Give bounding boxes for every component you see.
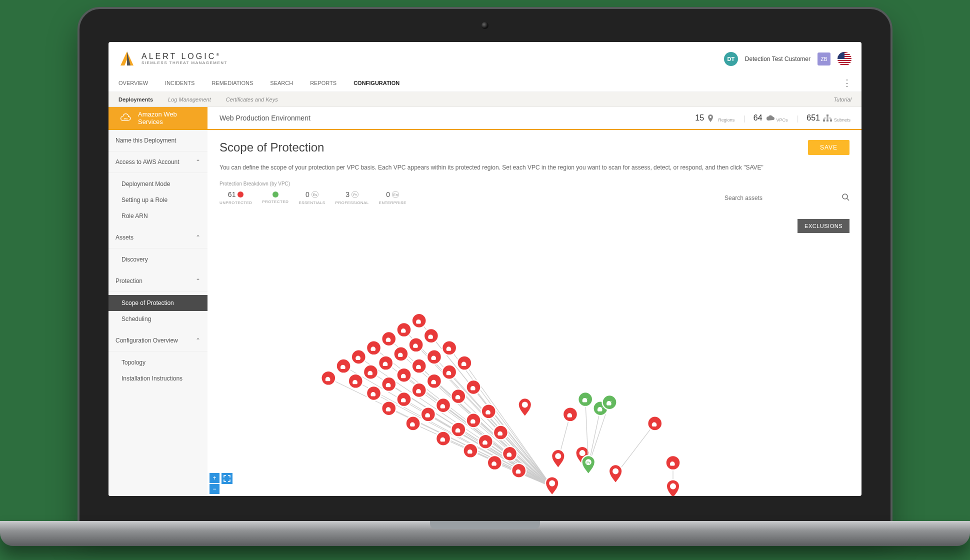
more-menu-icon[interactable]: ⋮: [842, 78, 852, 88]
sidebar-group-name-this-deployment[interactable]: Name this Deployment: [108, 130, 208, 152]
topology-node[interactable]: [412, 359, 426, 374]
breakdown-unprotected[interactable]: 61 Unprotected: [220, 190, 252, 205]
topology-node[interactable]: [406, 416, 420, 430]
search-icon[interactable]: [842, 193, 850, 202]
primary-tab-incidents[interactable]: INCIDENTS: [165, 80, 194, 86]
topology-node[interactable]: [382, 332, 396, 346]
topology-node[interactable]: [466, 380, 480, 394]
user-badge[interactable]: ZB: [818, 52, 830, 66]
topology-node[interactable]: [412, 383, 426, 398]
topology-node[interactable]: Pr: [602, 395, 617, 410]
sidebar-item-discovery[interactable]: Discovery: [108, 252, 208, 268]
topology-node[interactable]: [382, 377, 396, 392]
primary-tab-reports[interactable]: REPORTS: [310, 80, 336, 86]
topology-node[interactable]: [502, 446, 517, 461]
save-button[interactable]: SAVE: [808, 140, 850, 155]
primary-tab-overview[interactable]: OVERVIEW: [118, 80, 148, 86]
customer-name[interactable]: Detection Test Customer: [745, 56, 810, 62]
primary-tab-search[interactable]: SEARCH: [270, 80, 293, 86]
topology-node[interactable]: [457, 356, 472, 370]
topology-node[interactable]: [382, 401, 396, 416]
svg-point-89: [522, 402, 528, 408]
topology-node[interactable]: [396, 392, 411, 406]
breakdown-enterprise[interactable]: 0 EnEnterprise: [379, 190, 406, 205]
topology-pin[interactable]: Pr: [582, 456, 595, 474]
breakdown-protected[interactable]: Protected: [262, 192, 288, 204]
zoom-out-button[interactable]: −: [210, 484, 220, 494]
sidebar-item-role-arn[interactable]: Role ARN: [108, 208, 208, 224]
topology-node[interactable]: [478, 434, 493, 449]
sidebar-group-protection[interactable]: Protection⌃: [108, 270, 208, 292]
primary-tab-configuration[interactable]: CONFIGURATION: [354, 80, 400, 86]
secondary-tab-deployments[interactable]: Deployments: [118, 96, 153, 102]
topology-canvas[interactable]: PrPrPrPr + −: [208, 230, 850, 496]
topology-node[interactable]: [348, 374, 363, 388]
topology-node[interactable]: [482, 404, 496, 418]
brand-mark-icon: [118, 50, 136, 68]
topology-node[interactable]: [436, 432, 450, 446]
topology-node[interactable]: [396, 368, 411, 382]
sidebar-item-deployment-mode[interactable]: Deployment Mode: [108, 176, 208, 192]
topology-node[interactable]: [378, 356, 393, 370]
topology-pin[interactable]: [552, 450, 565, 468]
brand-logo[interactable]: ALERT LOGIC® SIEMLESS THREAT MANAGEMENT: [118, 50, 228, 68]
pin-icon: [707, 114, 715, 122]
sidebar-group-configuration-overview[interactable]: Configuration Overview⌃: [108, 330, 208, 352]
topology-node[interactable]: [436, 398, 450, 412]
topology-node[interactable]: [442, 340, 456, 355]
topology-node[interactable]: [366, 386, 381, 400]
secondary-tab-log-management[interactable]: Log Management: [168, 96, 211, 102]
topology-pin[interactable]: [609, 464, 622, 483]
primary-tab-remediations[interactable]: REMEDIATIONS: [212, 80, 253, 86]
topology-node[interactable]: [352, 350, 366, 364]
svg-rect-4: [826, 120, 828, 122]
locale-flag-icon[interactable]: [838, 52, 852, 66]
topology-pin[interactable]: [546, 476, 559, 495]
topology-node[interactable]: [394, 346, 408, 361]
search-input[interactable]: [724, 194, 834, 202]
topology-node[interactable]: [488, 456, 502, 470]
topology-node[interactable]: [412, 314, 426, 328]
sidebar-group-assets[interactable]: Assets⌃: [108, 227, 208, 248]
cloud-provider-chip[interactable]: aws Amazon Web Services: [108, 107, 208, 129]
app-header: ALERT LOGIC® SIEMLESS THREAT MANAGEMENT …: [108, 42, 862, 74]
topology-node[interactable]: [563, 407, 578, 422]
topology-node[interactable]: [364, 365, 378, 380]
topology-node[interactable]: [366, 340, 381, 355]
sidebar-item-setting-up-a-role[interactable]: Setting up a Role: [108, 192, 208, 208]
sidebar-item-scope-of-protection[interactable]: Scope of Protection: [108, 295, 208, 311]
topology-node[interactable]: [321, 371, 336, 386]
topology-node[interactable]: [427, 350, 442, 364]
topology-node[interactable]: [442, 365, 456, 380]
topology-pin[interactable]: [518, 398, 532, 416]
topology-node[interactable]: [424, 328, 438, 343]
topology-node[interactable]: [463, 444, 478, 458]
sidebar-group-access-to-aws-account[interactable]: Access to AWS Account⌃: [108, 152, 208, 173]
breakdown-essentials[interactable]: 0 EsEssentials: [298, 190, 325, 205]
svg-point-106: [612, 468, 618, 474]
topology-node[interactable]: [409, 338, 424, 352]
sidebar-item-topology[interactable]: Topology: [108, 354, 208, 370]
topology-node[interactable]: Pr: [578, 392, 592, 406]
sidebar-item-scheduling[interactable]: Scheduling: [108, 311, 208, 327]
svg-text:Pr: Pr: [608, 400, 612, 405]
topology-pin[interactable]: [666, 480, 680, 496]
topology-node[interactable]: [512, 464, 526, 478]
breakdown-professional[interactable]: 3 PrProfessional: [336, 190, 369, 205]
topology-node[interactable]: [451, 422, 466, 436]
topology-node[interactable]: [466, 413, 480, 428]
sidebar-item-installation-instructions[interactable]: Installation Instructions: [108, 370, 208, 386]
fit-screen-button[interactable]: [222, 473, 232, 484]
account-avatar[interactable]: DT: [724, 52, 738, 66]
topology-node[interactable]: [648, 416, 662, 430]
topology-node[interactable]: [666, 456, 680, 470]
topology-node[interactable]: [336, 359, 351, 374]
tutorial-link[interactable]: Tutorial: [834, 96, 852, 102]
zoom-in-button[interactable]: +: [210, 473, 220, 483]
topology-node[interactable]: [427, 374, 442, 388]
topology-node[interactable]: [451, 389, 466, 404]
secondary-tab-certificates-and-keys[interactable]: Certificates and Keys: [226, 96, 278, 102]
topology-node[interactable]: [421, 407, 436, 422]
topology-node[interactable]: [494, 426, 508, 440]
topology-node[interactable]: [396, 322, 411, 337]
